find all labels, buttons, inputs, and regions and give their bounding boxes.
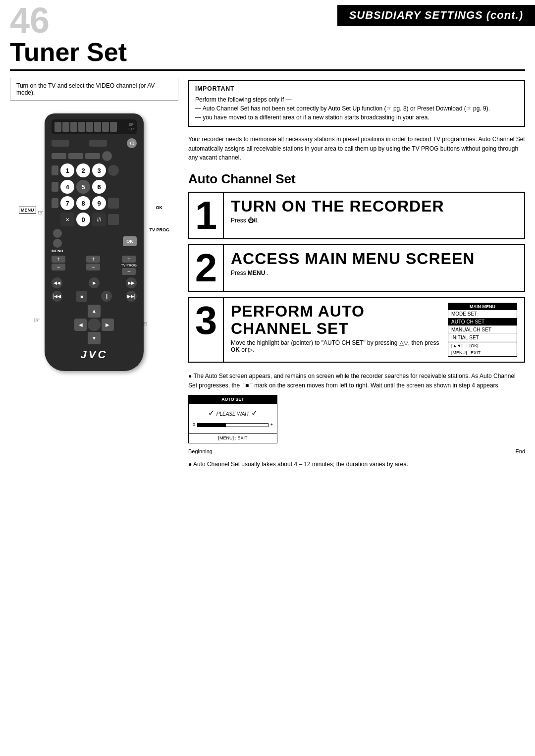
- header-title-box: SUBSIDIARY SETTINGS (cont.): [337, 5, 535, 26]
- display-segments: [54, 122, 117, 132]
- step-1-content: TURN ON THE RECORDER Press ⏻/I.: [224, 193, 524, 238]
- num-btn-9[interactable]: 9: [92, 196, 106, 210]
- indicator1: [52, 165, 58, 175]
- num-btn-0[interactable]: 0: [76, 213, 90, 226]
- btn-x[interactable]: ✕: [60, 213, 74, 226]
- step-3-content: PERFORM AUTO CHANNEL SET Move the highli…: [224, 298, 524, 362]
- beginning-end-row: AUTO SET ✓ PLEASE WAIT ✓ 0: [188, 395, 525, 456]
- menu-item-initial-set: INITIAL SET: [448, 334, 517, 342]
- pm-minus1[interactable]: −: [52, 264, 65, 270]
- pm-plus1[interactable]: +: [52, 256, 65, 263]
- btn-extra3: [108, 214, 119, 225]
- progress-end-marker: +: [270, 422, 273, 429]
- num-btn-2[interactable]: 2: [76, 163, 90, 177]
- nav-empty3: [74, 332, 87, 344]
- menu-ok-row: MENU OK: [52, 229, 137, 253]
- menu-label: MENU: [52, 249, 63, 253]
- num-btn-8[interactable]: 8: [76, 196, 90, 210]
- nav-center[interactable]: [88, 319, 100, 331]
- btn-rewind[interactable]: ◀◀: [52, 277, 62, 288]
- menu-diag-footer2: [MENU] : EXIT: [448, 349, 517, 356]
- nav-down[interactable]: ▼: [88, 332, 100, 344]
- autoset-section: The Auto Set screen appears, and remains…: [188, 368, 525, 469]
- num-btn-1[interactable]: 1: [60, 163, 74, 177]
- tvprog-label: TV PROG: [121, 264, 137, 267]
- step-3-text-area: PERFORM AUTO CHANNEL SET Move the highli…: [231, 303, 442, 357]
- num-btn-5[interactable]: 5: [76, 180, 90, 194]
- btn-stop[interactable]: ■: [76, 291, 87, 302]
- jvc-label: JVC: [52, 348, 137, 361]
- nav-cross: ▲ ◀ ▶ ▼: [74, 305, 114, 344]
- btn-extra1: [108, 165, 119, 176]
- autoset-diag-header: AUTO SET: [189, 395, 277, 404]
- btn-play[interactable]: ▶: [89, 277, 100, 288]
- nav-right[interactable]: ▶: [102, 319, 114, 331]
- step-3-instruction: Move the highlight bar (pointer) to "AUT…: [231, 339, 442, 353]
- autoset-diagram: AUTO SET ✓ PLEASE WAIT ✓ 0: [188, 395, 277, 443]
- main-content: Turn on the TV and select the VIDEO chan…: [0, 78, 535, 469]
- pmg3: + TV PROG −: [121, 256, 137, 275]
- num-btn-6[interactable]: 6: [92, 180, 106, 194]
- btn-sm3: [85, 153, 100, 159]
- remote-display: SPEP: [52, 119, 137, 134]
- progress-start: 0: [193, 422, 195, 429]
- menu-diag-header: MAIN MENU: [448, 303, 517, 310]
- btn-iii[interactable]: ///: [92, 213, 106, 226]
- progress-row: 0 +: [193, 422, 273, 429]
- btn-circle1: [53, 229, 62, 238]
- progress-fill: [198, 424, 226, 427]
- btn-extra2: [108, 198, 119, 209]
- pm-plus2[interactable]: +: [86, 256, 100, 263]
- seg4: [78, 122, 85, 132]
- pm-plus3[interactable]: +: [122, 256, 136, 263]
- seg2: [62, 122, 69, 132]
- btn-sm4: [102, 151, 112, 161]
- beginning-end-labels: Beginning End: [188, 447, 525, 456]
- indicator2: [52, 182, 58, 192]
- autoset-outer: The Auto Set screen appears, and remains…: [188, 368, 525, 469]
- btn-prev[interactable]: |◀◀: [52, 291, 62, 302]
- hand-nav-left-icon: ☞: [34, 316, 40, 324]
- step-3-block: 3 PERFORM AUTO CHANNEL SET Move the high…: [188, 297, 525, 363]
- step-2-content: ACCESS MAIN MENU SCREEN Press MENU .: [224, 245, 524, 291]
- pmg2: + −: [86, 256, 100, 275]
- step-2-instruction: Press MENU .: [231, 270, 517, 276]
- btn-circle2: [53, 239, 62, 248]
- step-1-title: TURN ON THE RECORDER: [231, 198, 517, 215]
- body-text: Your recorder needs to memorise all nece…: [188, 135, 525, 162]
- bullet-item-1: The Auto Set screen appears, and remains…: [188, 372, 525, 390]
- btn-sm1: [52, 153, 66, 159]
- step-1-number: 1: [189, 193, 224, 238]
- btn-next[interactable]: ▶▶|: [126, 291, 137, 302]
- page-header: 46 SUBSIDIARY SETTINGS (cont.): [0, 0, 535, 38]
- remote-wrapper: MENU ☞ OK ☜ TV PROG ☞ ☜: [45, 113, 144, 371]
- btn-pause[interactable]: ‖: [101, 291, 112, 302]
- indicator3: [52, 198, 58, 208]
- seg8: [110, 122, 117, 132]
- autoset-left-text: The Auto Set screen appears, and remains…: [188, 368, 525, 469]
- remote-container: MENU ☞ OK ☜ TV PROG ☞ ☜: [10, 108, 178, 376]
- btn-row1a: [52, 140, 69, 147]
- nav-left[interactable]: ◀: [74, 319, 87, 331]
- remote-control: SPEP ⏻: [45, 113, 144, 371]
- num-btn-7[interactable]: 7: [60, 196, 74, 210]
- power-button[interactable]: ⏻: [127, 138, 137, 148]
- left-col: Turn on the TV and select the VIDEO chan…: [10, 78, 178, 469]
- pm-minus3[interactable]: −: [122, 268, 136, 275]
- pm-minus2[interactable]: −: [86, 264, 100, 270]
- nav-up[interactable]: ▲: [88, 305, 100, 317]
- right-col: IMPORTANT Perform the following steps on…: [188, 78, 525, 469]
- bullet-item-2: Auto Channel Set usually takes about 4 –…: [188, 460, 525, 469]
- ok-button[interactable]: OK: [123, 236, 137, 246]
- autoset-diag-body: ✓ PLEASE WAIT ✓ 0 +: [189, 404, 277, 433]
- num-btn-4[interactable]: 4: [60, 180, 74, 194]
- btn-ff[interactable]: ▶▶: [126, 277, 137, 288]
- menu-item-manual-ch-set: MANUAL CH SET: [448, 326, 517, 334]
- transport-row: ◀◀ ▶ ▶▶: [52, 277, 137, 288]
- step-2-block: 2 ACCESS MAIN MENU SCREEN Press MENU .: [188, 244, 525, 292]
- seg7: [102, 122, 109, 132]
- important-box: IMPORTANT Perform the following steps on…: [188, 80, 525, 127]
- num-btn-3[interactable]: 3: [92, 163, 106, 177]
- btn-row1b: [89, 140, 107, 147]
- important-title: IMPORTANT: [195, 85, 518, 92]
